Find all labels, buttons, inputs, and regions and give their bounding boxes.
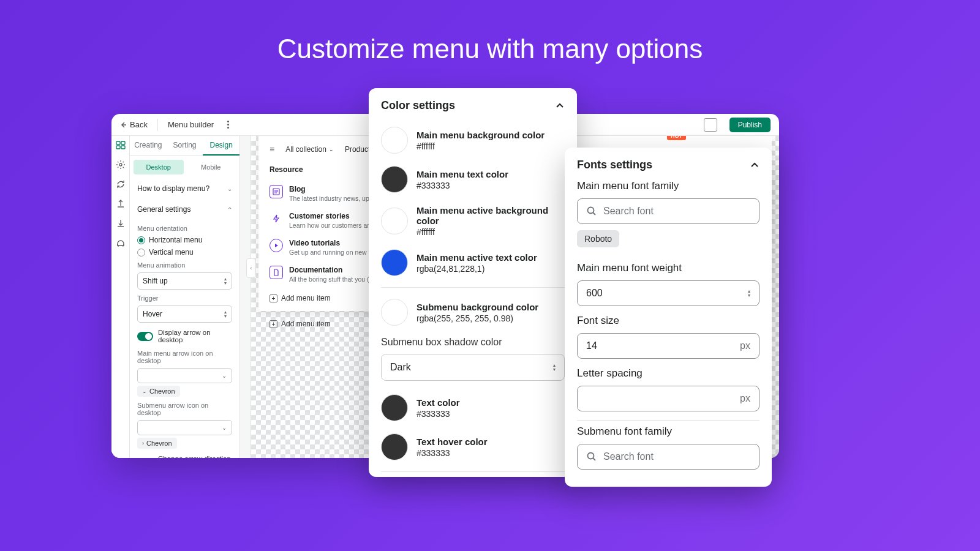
svg-point-11: [588, 453, 594, 459]
radio-vertical[interactable]: Vertical menu: [137, 248, 232, 257]
back-button[interactable]: Back: [120, 120, 148, 129]
tab-sorting[interactable]: Sorting: [167, 136, 203, 156]
hamburger-icon: ≡: [270, 144, 274, 154]
rail-icon-sync[interactable]: [115, 179, 126, 190]
color-swatch: [381, 208, 408, 234]
accordion-general-settings[interactable]: General settings ⌃: [130, 199, 239, 220]
submenu-family-label: Submenu font family: [577, 425, 760, 438]
weight-label: Main menu font weight: [577, 262, 760, 274]
toggle-change-arrow-dir[interactable]: [137, 458, 153, 459]
rail-icon-menus[interactable]: [115, 140, 126, 151]
color-name: Submenu background color: [417, 302, 565, 312]
color-panel-title: Color settings: [381, 99, 455, 112]
fonts-settings-panel: Fonts settings Main menu font family Sea…: [565, 148, 772, 487]
rail-icon-export[interactable]: [115, 198, 126, 209]
play-icon: [270, 239, 283, 252]
size-label: Font size: [577, 315, 760, 327]
orientation-label: Menu orientation: [137, 225, 232, 232]
submenu-arrow-label: Submenu arrow icon on desktop: [137, 402, 232, 416]
main-arrow-label: Main menu arrow icon on desktop: [137, 350, 232, 364]
svg-line-10: [594, 213, 596, 216]
letter-spacing-input[interactable]: px: [577, 386, 760, 411]
tab-design[interactable]: Design: [203, 136, 239, 156]
color-row[interactable]: Main menu text color#333333: [381, 160, 565, 199]
color-row[interactable]: Main menu background color#ffffff: [381, 121, 565, 160]
submenu-font-search-input[interactable]: Search font: [577, 444, 760, 470]
chevron-up-icon: ⌃: [227, 206, 232, 213]
color-row[interactable]: Main menu active text colorrgba(24,81,22…: [381, 243, 565, 282]
search-icon: [586, 206, 597, 217]
color-name: Main menu active text color: [417, 252, 565, 263]
color-name: Main menu active background color: [417, 205, 565, 226]
device-tab-desktop[interactable]: Desktop: [134, 160, 184, 174]
color-swatch: [381, 127, 408, 154]
main-arrow-select[interactable]: ⌄: [137, 368, 232, 383]
menu-all-collection[interactable]: All collection⌄: [285, 145, 334, 154]
chevron-up-icon[interactable]: [750, 160, 760, 170]
animation-select[interactable]: Shift up▴▾: [137, 272, 232, 290]
color-value: rgba(255, 255, 255, 0.98): [417, 313, 565, 323]
color-row[interactable]: Text color#333333: [381, 388, 565, 427]
sidebar: Creating Sorting Design Desktop Mobile H…: [130, 136, 240, 458]
color-name: Text color: [417, 397, 565, 408]
color-value: #333333: [417, 448, 565, 458]
color-swatch: [381, 249, 408, 276]
trigger-label: Trigger: [137, 294, 232, 302]
font-size-input[interactable]: 14px: [577, 333, 760, 359]
document-icon: [270, 266, 283, 279]
add-menu-item-outer[interactable]: +Add menu item: [270, 320, 331, 328]
svg-rect-2: [116, 146, 120, 149]
collapse-handle[interactable]: ‹: [246, 258, 256, 278]
color-name: Text hover color: [417, 437, 565, 447]
toggle-display-arrow[interactable]: [137, 332, 153, 341]
chevron-up-icon[interactable]: [555, 101, 565, 111]
hero-title: Customize menu with many options: [0, 34, 980, 64]
lightning-icon: [270, 212, 283, 225]
device-tab-mobile[interactable]: Mobile: [186, 160, 236, 174]
publish-button[interactable]: Publish: [729, 118, 771, 132]
rail-icon-import[interactable]: [115, 218, 126, 229]
svg-point-9: [588, 208, 594, 214]
svg-rect-0: [116, 141, 120, 144]
chevron-down-icon: ⌄: [227, 186, 232, 192]
submenu-arrow-select[interactable]: ⌄: [137, 420, 232, 435]
color-name: Main menu text color: [417, 169, 565, 179]
color-value: #ffffff: [417, 141, 565, 151]
chevron-chip-main[interactable]: ⌄Chevron: [137, 386, 180, 397]
tab-creating[interactable]: Creating: [130, 136, 167, 156]
color-row[interactable]: Submenu background colorrgba(255, 255, 2…: [381, 293, 565, 332]
color-swatch: [381, 394, 408, 421]
search-icon: [586, 451, 597, 462]
breadcrumb: Menu builder: [168, 120, 214, 129]
fonts-panel-title: Fonts settings: [577, 159, 652, 171]
selected-font-chip[interactable]: Roboto: [577, 230, 619, 247]
shadow-label: Submenu box shadow color: [381, 337, 565, 348]
color-value: #333333: [417, 181, 565, 190]
color-row[interactable]: Main menu active background color#ffffff: [381, 199, 565, 243]
color-swatch: [381, 299, 408, 326]
svg-rect-1: [121, 141, 125, 144]
rail-icon-settings[interactable]: [115, 159, 126, 170]
shadow-select[interactable]: Dark▴▾: [381, 354, 565, 381]
font-search-input[interactable]: Search font: [577, 198, 760, 224]
chevron-chip-sub[interactable]: ›Chevron: [137, 438, 177, 449]
animation-label: Menu animation: [137, 261, 232, 269]
device-preview-icon[interactable]: [704, 118, 717, 132]
svg-line-12: [594, 459, 596, 461]
spacing-label: Letter spacing: [577, 367, 760, 380]
color-row[interactable]: Text hover color#333333: [381, 427, 565, 467]
radio-horizontal[interactable]: Horizontal menu: [137, 236, 232, 244]
color-swatch: [381, 166, 408, 193]
trigger-select[interactable]: Hover▴▾: [137, 305, 232, 323]
color-settings-panel: Color settings Main menu background colo…: [369, 88, 577, 477]
color-value: rgba(24,81,228,1): [417, 264, 565, 274]
back-arrow-icon: [120, 121, 127, 129]
accordion-how-to-display[interactable]: How to display menu? ⌄: [130, 178, 239, 199]
rail-icon-support[interactable]: [115, 238, 126, 249]
weight-select[interactable]: 600▴▾: [577, 280, 760, 306]
svg-point-4: [119, 163, 122, 166]
hot-badge: HOT: [667, 136, 686, 140]
svg-rect-3: [121, 146, 125, 149]
main-family-label: Main menu font family: [577, 180, 760, 192]
more-icon[interactable]: [224, 121, 232, 129]
